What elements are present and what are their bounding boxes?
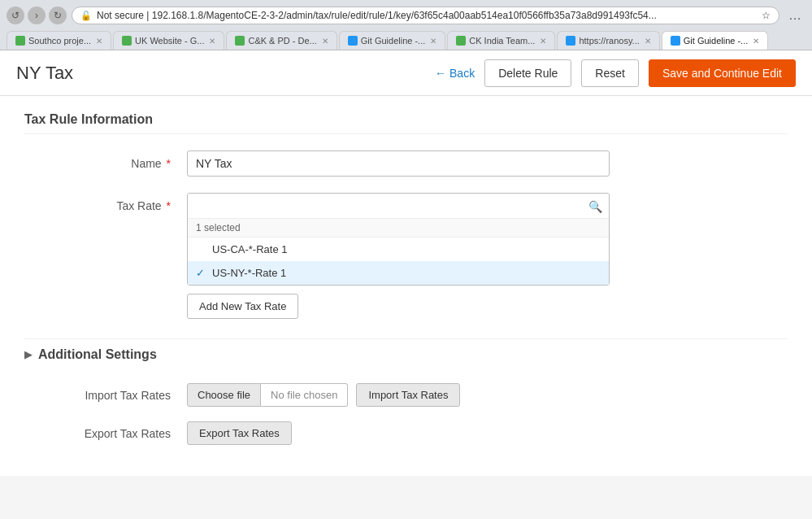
back-button[interactable]: ← Back xyxy=(435,67,475,80)
nav-forward-btn[interactable]: › xyxy=(28,7,46,24)
tab-favicon xyxy=(122,36,132,46)
page-header: NY Tax ← Back Delete Rule Reset Save and… xyxy=(0,50,812,96)
export-label: Export Tax Rates xyxy=(24,427,187,440)
tax-rate-search-input[interactable] xyxy=(188,194,609,219)
tax-rate-label: Tax Rate * xyxy=(24,193,187,212)
option-label: US-NY-*-Rate 1 xyxy=(212,267,286,279)
nav-back-btn[interactable]: ↺ xyxy=(7,7,24,24)
import-tax-rates-button[interactable]: Import Tax Rates xyxy=(356,383,460,407)
selected-count: 1 selected xyxy=(188,219,609,238)
address-bar[interactable]: 🔓 Not secure | 192.168.1.8/MagentoCE-2-3… xyxy=(72,7,779,24)
tab-uk[interactable]: UK Website - G... ✕ xyxy=(113,31,224,50)
browser-bar: ↺ › ↻ 🔓 Not secure | 192.168.1.8/Magento… xyxy=(7,5,805,26)
name-row: Name * xyxy=(24,150,788,177)
export-tax-rates-row: Export Tax Rates Export Tax Rates xyxy=(24,421,788,445)
file-name-label: No file chosen xyxy=(261,383,348,407)
option-label: US-CA-*-Rate 1 xyxy=(212,243,287,255)
tab-favicon xyxy=(671,36,680,46)
tab-label: Git Guideline -... xyxy=(684,36,748,46)
additional-settings-header[interactable]: ▶ Additional Settings xyxy=(24,339,788,370)
list-item[interactable]: US-CA-*-Rate 1 xyxy=(188,238,609,261)
back-arrow-icon: ← xyxy=(435,67,446,80)
tab-label: C&K & PD - De... xyxy=(248,36,316,46)
tab-close-icon[interactable]: ✕ xyxy=(430,37,436,46)
tab-git2[interactable]: Git Guideline -... ✕ xyxy=(662,31,768,50)
browser-chrome: ↺ › ↻ 🔓 Not secure | 192.168.1.8/Magento… xyxy=(0,0,812,50)
tab-label: https://ranosy... xyxy=(579,36,639,46)
browser-tabs: Southco proje... ✕ UK Website - G... ✕ C… xyxy=(7,31,805,50)
name-input[interactable] xyxy=(187,150,610,177)
main-content: Tax Rule Information Name * Tax Rate * 🔍… xyxy=(0,96,812,476)
import-controls: Choose file No file chosen Import Tax Ra… xyxy=(187,383,460,407)
add-new-rate-button[interactable]: Add New Tax Rate xyxy=(187,294,298,319)
delete-rule-button[interactable]: Delete Rule xyxy=(484,59,571,87)
url-text: Not secure | 192.168.1.8/MagentoCE-2-3-2… xyxy=(97,10,757,21)
multiselect-options: US-CA-*-Rate 1 ✓ US-NY-*-Rate 1 xyxy=(188,238,609,285)
import-tax-rates-row: Import Tax Rates Choose file No file cho… xyxy=(24,383,788,407)
reset-button[interactable]: Reset xyxy=(581,59,639,87)
export-controls: Export Tax Rates xyxy=(187,421,292,445)
tab-label: UK Website - G... xyxy=(135,36,204,46)
required-star: * xyxy=(167,199,171,212)
tab-favicon xyxy=(235,36,245,46)
browser-actions: … xyxy=(784,5,805,26)
tab-ranos[interactable]: https://ranosy... ✕ xyxy=(557,31,659,50)
tax-rate-multiselect: 🔍 1 selected US-CA-*-Rate 1 ✓ US-NY-*-Ra… xyxy=(187,193,610,286)
extensions-btn[interactable]: … xyxy=(784,5,805,26)
tab-git[interactable]: Git Guideline -... ✕ xyxy=(339,31,445,50)
export-tax-rates-button[interactable]: Export Tax Rates xyxy=(187,421,292,445)
tab-label: Git Guideline -... xyxy=(361,36,425,46)
header-actions: ← Back Delete Rule Reset Save and Contin… xyxy=(435,59,796,87)
tab-close-icon[interactable]: ✕ xyxy=(96,37,102,46)
tab-close-icon[interactable]: ✕ xyxy=(645,37,651,46)
tab-favicon xyxy=(456,36,466,46)
save-continue-button[interactable]: Save and Continue Edit xyxy=(649,59,796,87)
settings-content: Import Tax Rates Choose file No file cho… xyxy=(24,370,788,445)
tab-close-icon[interactable]: ✕ xyxy=(753,37,759,46)
search-wrap: 🔍 xyxy=(188,194,609,219)
tab-favicon xyxy=(15,36,25,46)
file-input-wrapper: Choose file No file chosen xyxy=(187,383,348,407)
nav-icons: ↺ › ↻ xyxy=(7,7,67,24)
additional-settings: ▶ Additional Settings Import Tax Rates C… xyxy=(24,338,788,445)
tab-close-icon[interactable]: ✕ xyxy=(209,37,215,46)
additional-settings-label: Additional Settings xyxy=(38,347,157,362)
checkmark-icon xyxy=(196,243,207,255)
lock-icon: 🔓 xyxy=(80,11,92,21)
tax-rate-field: 🔍 1 selected US-CA-*-Rate 1 ✓ US-NY-*-Ra… xyxy=(187,193,610,319)
nav-refresh-btn[interactable]: ↻ xyxy=(49,7,67,24)
tab-southco[interactable]: Southco proje... ✕ xyxy=(7,31,111,50)
list-item[interactable]: ✓ US-NY-*-Rate 1 xyxy=(188,261,609,285)
tab-ck[interactable]: C&K & PD - De... ✕ xyxy=(226,31,337,50)
import-label: Import Tax Rates xyxy=(24,389,187,402)
name-field xyxy=(187,150,610,177)
tab-favicon xyxy=(348,36,358,46)
choose-file-button[interactable]: Choose file xyxy=(187,383,261,407)
page-title: NY Tax xyxy=(16,63,73,84)
tab-ck-india[interactable]: CK India Team... ✕ xyxy=(447,31,555,50)
tab-label: Southco proje... xyxy=(28,36,91,46)
tab-favicon xyxy=(566,36,575,46)
bookmark-icon[interactable]: ☆ xyxy=(762,10,771,21)
name-label: Name * xyxy=(24,150,187,170)
required-star: * xyxy=(167,157,171,170)
search-icon: 🔍 xyxy=(588,200,602,213)
tax-rate-row: Tax Rate * 🔍 1 selected US-CA-*-Rate 1 ✓ xyxy=(24,193,788,319)
tab-close-icon[interactable]: ✕ xyxy=(540,37,546,46)
checkmark-icon: ✓ xyxy=(196,267,207,279)
expand-arrow-icon: ▶ xyxy=(24,349,32,360)
tab-close-icon[interactable]: ✕ xyxy=(322,37,328,46)
section-title: Tax Rule Information xyxy=(24,112,788,134)
tab-label: CK India Team... xyxy=(469,36,535,46)
